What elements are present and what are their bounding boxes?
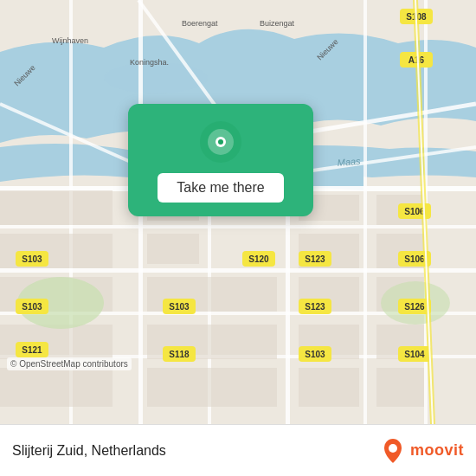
svg-text:Maas: Maas	[337, 156, 361, 168]
svg-text:S120: S120	[248, 254, 269, 264]
svg-rect-17	[0, 190, 113, 225]
svg-rect-33	[147, 368, 277, 407]
svg-text:S121: S121	[22, 345, 42, 355]
svg-text:S103: S103	[305, 350, 325, 359]
svg-text:Boerengat: Boerengat	[182, 19, 218, 28]
location-pin-icon	[198, 119, 243, 164]
location-name: Slijterij Zuid, Netherlands	[12, 443, 166, 459]
action-card: Take me there	[128, 104, 313, 216]
svg-point-82	[218, 139, 223, 145]
svg-rect-32	[0, 368, 113, 407]
take-me-there-button[interactable]: Take me there	[158, 173, 283, 203]
svg-text:S118: S118	[169, 350, 190, 359]
svg-rect-36	[376, 368, 424, 407]
svg-point-1	[104, 62, 208, 93]
svg-text:S106: S106	[404, 254, 425, 264]
moovit-icon	[379, 437, 407, 465]
svg-rect-20	[147, 234, 199, 264]
svg-text:Wijnhaven: Wijnhaven	[52, 36, 88, 45]
svg-text:S103: S103	[169, 302, 190, 312]
svg-text:Koningsha.: Koningsha.	[130, 58, 169, 67]
svg-text:S103: S103	[22, 254, 42, 264]
svg-text:S104: S104	[404, 350, 425, 359]
bottom-bar: Slijterij Zuid, Netherlands moovit	[0, 424, 476, 476]
svg-rect-11	[363, 0, 367, 424]
svg-text:S123: S123	[305, 302, 325, 312]
moovit-logo: moovit	[379, 437, 464, 465]
svg-rect-34	[299, 368, 359, 407]
svg-text:S103: S103	[22, 302, 42, 312]
svg-text:S123: S123	[305, 254, 325, 264]
svg-point-83	[389, 444, 397, 453]
map-attribution: © OpenStreetMap contributors	[7, 357, 132, 370]
svg-text:S126: S126	[404, 302, 425, 312]
svg-text:Buizengat: Buizengat	[260, 19, 295, 28]
map-container: S103 S103 S121 S103 S118 S120 S123 S123 …	[0, 0, 476, 424]
moovit-brand-text: moovit	[410, 441, 464, 460]
